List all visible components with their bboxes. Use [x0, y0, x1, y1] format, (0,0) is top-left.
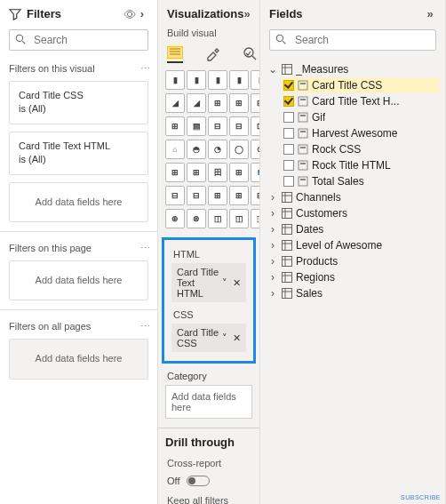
checkbox[interactable] [283, 160, 294, 171]
measure-icon [298, 96, 308, 107]
viz-type-40[interactable]: ⬚ [251, 209, 260, 228]
table-row[interactable]: ›Level of Awesome [266, 237, 440, 253]
visualizations-pane: Visualizations » Build visual ▮▮▮▮▮▮◢◢⊞⊞… [158, 0, 260, 504]
svg-point-8 [276, 35, 283, 41]
viz-type-1[interactable]: ▮ [187, 70, 206, 90]
chevron-down-icon[interactable]: ˅ [222, 332, 227, 344]
viz-type-14[interactable]: ⊟ [208, 116, 227, 136]
measure-icon [298, 144, 308, 155]
viz-type-36[interactable]: ⊕ [165, 209, 185, 228]
viz-type-7[interactable]: ◢ [187, 93, 206, 113]
filter-card[interactable]: Card Title CSS is (All) [9, 81, 148, 124]
viz-type-12[interactable]: ⊞ [165, 116, 185, 136]
viz-type-2[interactable]: ▮ [208, 70, 227, 90]
remove-icon[interactable]: ✕ [233, 277, 241, 289]
table-row[interactable]: ›Regions [266, 269, 440, 285]
viz-type-21[interactable]: ◯ [229, 140, 249, 159]
viz-type-20[interactable]: ◔ [208, 140, 227, 159]
viz-type-3[interactable]: ▮ [229, 70, 249, 90]
viz-type-28[interactable]: R [251, 163, 260, 182]
viz-type-38[interactable]: ◫ [208, 209, 227, 228]
filter-add-all[interactable]: Add data fields here [9, 339, 148, 379]
chevron-right-icon[interactable]: › [267, 255, 278, 268]
filter-card-field: Card Title Text HTML [19, 140, 139, 153]
analytics-mode-icon[interactable] [242, 44, 258, 63]
viz-type-9[interactable]: ⊞ [229, 93, 249, 113]
table-row[interactable]: ›Channels [266, 189, 440, 205]
table-row[interactable]: ›Dates [266, 221, 440, 237]
table-row[interactable]: ›Customers [266, 205, 440, 221]
viz-type-19[interactable]: ◓ [187, 140, 206, 159]
viz-type-27[interactable]: ⊞ [229, 163, 249, 182]
svg-rect-23 [299, 161, 307, 170]
viz-type-33[interactable]: ⊞ [229, 186, 249, 205]
checkbox[interactable] [283, 176, 294, 187]
filters-search-input[interactable] [32, 33, 169, 47]
viz-type-10[interactable]: ⊞ [251, 93, 260, 113]
checkbox[interactable] [283, 112, 294, 123]
subscribe-watermark: SUBSCRIBE [401, 494, 441, 500]
filter-add-page[interactable]: Add data fields here [9, 260, 148, 300]
viz-type-31[interactable]: ⊟ [187, 186, 206, 205]
chevron-right-icon[interactable]: › [267, 207, 278, 220]
collapse-icon[interactable]: » [243, 7, 251, 20]
viz-type-25[interactable]: ⊞ [187, 163, 206, 182]
viz-type-18[interactable]: ⌂ [165, 140, 185, 159]
checkbox[interactable] [283, 128, 294, 139]
eye-icon[interactable] [123, 8, 136, 20]
field-row[interactable]: Card Title Text H... [282, 93, 440, 109]
field-row[interactable]: Total Sales [282, 173, 440, 189]
viz-type-32[interactable]: ⊞ [208, 186, 227, 205]
chevron-right-icon[interactable]: › [267, 239, 278, 252]
chevron-down-icon[interactable]: ˅ [222, 277, 227, 289]
fields-tree: ⌄ _Measures Card Title CSSCard Title Tex… [260, 58, 445, 305]
cross-report-toggle[interactable] [187, 476, 210, 486]
viz-type-8[interactable]: ⊞ [208, 93, 227, 113]
well-css[interactable]: Card Title CSS ˅ ✕ [171, 324, 246, 352]
viz-type-30[interactable]: ⊟ [165, 186, 185, 205]
chevron-right-icon[interactable]: › [267, 271, 278, 284]
table-row[interactable]: ›Sales [266, 285, 440, 301]
fields-search[interactable] [269, 29, 436, 51]
build-mode-icon[interactable] [167, 44, 183, 63]
field-row[interactable]: Gif [282, 109, 440, 125]
checkbox[interactable] [283, 80, 294, 91]
viz-type-26[interactable]: 田 [208, 163, 227, 182]
viz-type-15[interactable]: ⊟ [229, 116, 249, 136]
viz-type-22[interactable]: ⊙ [251, 140, 260, 159]
chevron-right-icon[interactable]: › [267, 287, 278, 300]
well-html[interactable]: Card Title Text HTML ˅ ✕ [171, 263, 246, 302]
filter-add-visual[interactable]: Add data fields here [9, 182, 148, 222]
table-row[interactable]: ›Products [266, 253, 440, 269]
svg-point-6 [244, 48, 253, 57]
viz-type-4[interactable]: ▮ [251, 70, 260, 90]
well-category-add[interactable]: Add data fields here [165, 385, 252, 419]
viz-type-0[interactable]: ▮ [165, 70, 185, 90]
viz-type-24[interactable]: ⊞ [165, 163, 185, 182]
viz-type-6[interactable]: ◢ [165, 93, 185, 113]
viz-type-13[interactable]: ▤ [187, 116, 206, 136]
chevron-down-icon[interactable]: ⌄ [267, 63, 278, 76]
chevron-right-icon[interactable]: › [136, 7, 148, 20]
field-row[interactable]: Rock CSS [282, 141, 440, 157]
checkbox[interactable] [283, 96, 294, 107]
collapse-icon[interactable]: » [424, 7, 436, 20]
filters-search[interactable] [9, 29, 148, 51]
chevron-right-icon[interactable]: › [267, 191, 278, 204]
viz-type-16[interactable]: ⊡ [251, 116, 260, 136]
viz-type-37[interactable]: ⊗ [187, 209, 206, 228]
remove-icon[interactable]: ✕ [233, 332, 241, 344]
field-row[interactable]: Rock Title HTML [282, 157, 440, 173]
table-row-measures[interactable]: ⌄ _Measures [266, 61, 440, 77]
field-row[interactable]: Card Title CSS [282, 77, 440, 93]
viz-type-34[interactable]: ⊟ [251, 186, 260, 205]
chevron-right-icon[interactable]: › [267, 223, 278, 236]
filters-visual-label: Filters on this visual [0, 58, 157, 77]
viz-type-39[interactable]: ◫ [229, 209, 249, 228]
checkbox[interactable] [283, 144, 294, 155]
fields-search-input[interactable] [293, 33, 430, 47]
field-row[interactable]: Harvest Awesome [282, 125, 440, 141]
format-mode-icon[interactable] [204, 44, 220, 63]
table-icon [282, 256, 292, 267]
filter-card[interactable]: Card Title Text HTML is (All) [9, 132, 148, 175]
